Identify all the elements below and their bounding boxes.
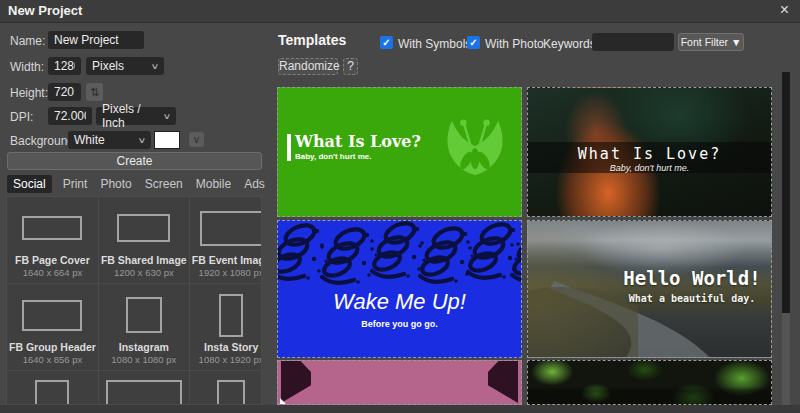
tab-mobile[interactable]: Mobile — [194, 175, 233, 193]
preset-size: 1640 x 856 px — [23, 354, 83, 365]
aspect-rect — [117, 214, 170, 242]
preset-size: 1200 x 630 px — [114, 267, 174, 278]
preset-instagram[interactable]: Instagram 1080 x 1080 px — [99, 284, 190, 371]
preset-fb-shared-image[interactable]: FB Shared Image 1200 x 630 px — [99, 197, 190, 284]
preset-partial[interactable] — [7, 371, 99, 405]
tab-photo[interactable]: Photo — [98, 175, 133, 193]
randomize-button[interactable]: Randomize — [278, 58, 338, 75]
preset-name: FB Page Cover — [15, 254, 90, 266]
preset-name: Instagram — [119, 341, 169, 353]
template-subtitle: Before you go go. — [278, 319, 521, 329]
aspect-rect — [106, 380, 182, 405]
preset-name: FB Group Header — [9, 341, 96, 353]
dpi-unit-select[interactable]: Pixels / Inch ∨ — [96, 107, 176, 125]
template-card-what-is-love-photo[interactable]: What Is Love? Baby, don't hurt me. — [527, 87, 772, 217]
dpi-unit-value: Pixels / Inch — [102, 102, 160, 130]
aspect-rect — [217, 380, 245, 405]
chevron-down-icon: ∨ — [151, 62, 160, 71]
background-more-button[interactable]: v — [189, 132, 204, 147]
background-value: White — [74, 133, 105, 147]
text-band: What Is Love? Baby, don't hurt me. — [528, 142, 771, 173]
template-subtitle: What a beautiful day. — [616, 293, 768, 304]
preset-thumb — [22, 289, 82, 341]
background-select[interactable]: White ∨ — [68, 131, 151, 149]
check-icon: ✓ — [382, 37, 390, 48]
preset-partial[interactable] — [190, 371, 262, 405]
width-input[interactable] — [48, 57, 81, 75]
template-card-hello-world[interactable]: Hello World! What a beautiful day. — [527, 220, 772, 358]
swap-arrows-icon: ⇅ — [90, 86, 99, 98]
close-icon[interactable]: × — [780, 1, 789, 19]
preset-thumb — [106, 380, 182, 405]
templates-heading: Templates — [278, 32, 346, 48]
preset-name: FB Event Image — [192, 254, 262, 266]
tab-print[interactable]: Print — [61, 175, 90, 193]
background-color-swatch[interactable] — [154, 131, 180, 149]
with-symbols-label: With Symbols — [398, 37, 471, 51]
template-title: Wake Me Up! — [278, 289, 521, 315]
preset-fb-event-image[interactable]: FB Event Image 1920 x 1080 px — [190, 197, 262, 284]
ribbon-corner-right — [488, 361, 518, 403]
templates-scrollbar-track[interactable] — [782, 72, 790, 405]
preset-size: 1920 x 1080 px — [199, 267, 262, 278]
preset-thumb — [117, 202, 170, 254]
with-symbols-checkbox[interactable]: ✓ — [380, 36, 393, 49]
chevron-down-icon: ∨ — [138, 136, 147, 145]
swap-dimensions-button[interactable]: ⇅ — [86, 83, 103, 101]
check-icon: ✓ — [469, 37, 477, 48]
keywords-input[interactable] — [592, 33, 674, 51]
preset-thumb — [22, 202, 82, 254]
template-title: What Is Love? — [528, 145, 771, 163]
preset-name: FB Shared Image — [101, 254, 187, 266]
template-subtitle: Baby, don't hurt me. — [528, 163, 771, 173]
template-card-what-is-love-symbol[interactable]: What Is Love? Baby, don't hurt me. — [277, 87, 522, 217]
aspect-rect — [200, 211, 262, 246]
preset-insta-story[interactable]: Insta Story 1080 x 1920 px — [190, 284, 262, 371]
preset-fb-page-cover[interactable]: FB Page Cover 1640 x 664 px — [7, 197, 99, 284]
dpi-label: DPI: — [10, 110, 33, 124]
dialog-bottom-edge — [0, 405, 800, 413]
dialog-title: New Project — [8, 3, 82, 18]
preset-grid: FB Page Cover 1640 x 664 px FB Shared Im… — [6, 196, 262, 405]
template-card-leaves-partial[interactable] — [527, 360, 772, 405]
template-card-pink-partial[interactable] — [277, 360, 522, 405]
aspect-rect — [35, 380, 69, 405]
templates-scrollbar-thumb[interactable] — [782, 72, 790, 313]
preset-partial[interactable] — [99, 371, 190, 405]
create-button[interactable]: Create — [7, 152, 262, 170]
help-button[interactable]: ? — [343, 58, 358, 75]
keywords-label: Keywords: — [543, 37, 599, 51]
preset-size: 1080 x 1080 px — [111, 354, 176, 365]
name-label: Name: — [10, 34, 45, 48]
preset-size: 1640 x 664 px — [23, 267, 83, 278]
name-input[interactable] — [48, 31, 144, 49]
road-shape — [528, 221, 771, 358]
with-photo-checkbox[interactable]: ✓ — [467, 36, 480, 49]
dpi-input[interactable] — [48, 107, 92, 125]
tulip-flower-icon — [444, 117, 506, 175]
width-label: Width: — [10, 60, 44, 74]
preset-size: 1080 x 1920 px — [199, 354, 262, 365]
chevron-down-icon: ∨ — [163, 112, 172, 121]
template-title: Hello World! — [616, 267, 768, 289]
dialog-titlebar: New Project × — [0, 0, 800, 23]
tab-ads[interactable]: Ads — [242, 175, 267, 193]
preset-category-tabs: Social Print Photo Screen Mobile Ads 2ᴺ — [7, 175, 292, 193]
template-subtitle: Baby, don't hurt me. — [295, 152, 371, 161]
new-project-dialog: New Project × Name: Width: Pixels ∨ Heig… — [0, 0, 800, 413]
aspect-rect — [219, 294, 243, 337]
template-card-wake-me-up[interactable]: Wake Me Up! Before you go go. — [277, 220, 522, 358]
template-title: What Is Love? — [295, 132, 421, 151]
tab-social[interactable]: Social — [7, 175, 52, 193]
height-input[interactable] — [48, 83, 81, 101]
preset-fb-group-header[interactable]: FB Group Header 1640 x 856 px — [7, 284, 99, 371]
confetti-doodles-icon — [278, 221, 521, 287]
accent-bar — [287, 134, 291, 161]
width-unit-select[interactable]: Pixels ∨ — [86, 57, 164, 75]
width-unit-value: Pixels — [92, 59, 124, 73]
tab-screen[interactable]: Screen — [143, 175, 185, 193]
ribbon-corner-left — [281, 361, 311, 403]
aspect-rect — [126, 297, 162, 333]
font-filter-button[interactable]: Font Filter ▼ — [678, 33, 744, 51]
aspect-rect — [22, 300, 82, 331]
